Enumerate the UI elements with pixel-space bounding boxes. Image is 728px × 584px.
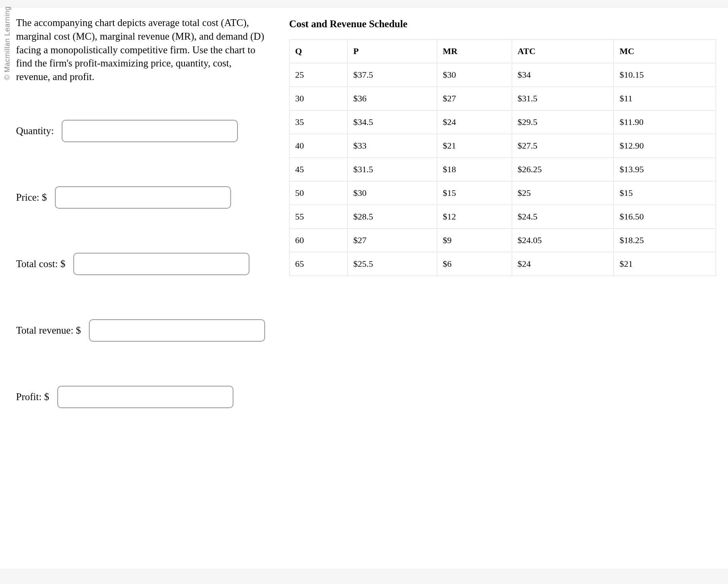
table-cell: 45 bbox=[290, 158, 348, 181]
table-cell: $27 bbox=[437, 87, 512, 111]
table-row: 65$25.5$6$24$21 bbox=[290, 252, 716, 276]
brand-label: © Macmillan Learning bbox=[3, 6, 12, 80]
table-cell: 55 bbox=[290, 205, 348, 229]
table-cell: $24.05 bbox=[512, 229, 614, 252]
table-cell: $24 bbox=[437, 111, 512, 134]
profit-input[interactable] bbox=[57, 386, 233, 408]
table-cell: $37.5 bbox=[348, 63, 437, 87]
table-row: 35$34.5$24$29.5$11.90 bbox=[290, 111, 716, 134]
table-cell: $24 bbox=[512, 252, 614, 276]
table-cell: $11 bbox=[614, 87, 716, 111]
table-cell: $27 bbox=[348, 229, 437, 252]
table-cell: $31.5 bbox=[348, 158, 437, 181]
quantity-label: Quantity: bbox=[16, 125, 54, 137]
table-cell: $6 bbox=[437, 252, 512, 276]
table-row: 60$27$9$24.05$18.25 bbox=[290, 229, 716, 252]
table-cell: $31.5 bbox=[512, 87, 614, 111]
content-wrap: The accompanying chart depicts average t… bbox=[16, 16, 716, 408]
cost-revenue-table: Q P MR ATC MC 25$37.5$30$34$10.1530$36$2… bbox=[289, 39, 716, 276]
table-title: Cost and Revenue Schedule bbox=[289, 18, 716, 30]
table-cell: $26.25 bbox=[512, 158, 614, 181]
table-cell: 40 bbox=[290, 134, 348, 158]
total-cost-input[interactable] bbox=[73, 253, 249, 275]
col-header-p: P bbox=[348, 40, 437, 63]
table-cell: $33 bbox=[348, 134, 437, 158]
table-cell: 65 bbox=[290, 252, 348, 276]
price-input[interactable] bbox=[55, 186, 231, 209]
table-cell: $16.50 bbox=[614, 205, 716, 229]
question-prompt: The accompanying chart depicts average t… bbox=[16, 16, 265, 84]
table-cell: $18.25 bbox=[614, 229, 716, 252]
total-revenue-input[interactable] bbox=[89, 319, 265, 342]
table-cell: 30 bbox=[290, 87, 348, 111]
total-cost-row: Total cost: $ bbox=[16, 253, 265, 275]
table-cell: $12 bbox=[437, 205, 512, 229]
table-row: 55$28.5$12$24.5$16.50 bbox=[290, 205, 716, 229]
table-cell: $21 bbox=[614, 252, 716, 276]
table-header-row: Q P MR ATC MC bbox=[290, 40, 716, 63]
total-revenue-row: Total revenue: $ bbox=[16, 319, 265, 342]
price-row: Price: $ bbox=[16, 186, 265, 209]
table-cell: 60 bbox=[290, 229, 348, 252]
page-container: © Macmillan Learning The accompanying ch… bbox=[0, 8, 728, 569]
table-row: 25$37.5$30$34$10.15 bbox=[290, 63, 716, 87]
table-cell: $29.5 bbox=[512, 111, 614, 134]
price-label: Price: $ bbox=[16, 192, 47, 203]
table-cell: $27.5 bbox=[512, 134, 614, 158]
quantity-row: Quantity: bbox=[16, 120, 265, 142]
table-cell: $15 bbox=[437, 181, 512, 205]
table-cell: 25 bbox=[290, 63, 348, 87]
table-cell: $13.95 bbox=[614, 158, 716, 181]
table-cell: $36 bbox=[348, 87, 437, 111]
right-column: Cost and Revenue Schedule Q P MR ATC MC … bbox=[289, 16, 716, 408]
table-cell: $15 bbox=[614, 181, 716, 205]
table-row: 50$30$15$25$15 bbox=[290, 181, 716, 205]
table-cell: $12.90 bbox=[614, 134, 716, 158]
col-header-mc: MC bbox=[614, 40, 716, 63]
table-row: 40$33$21$27.5$12.90 bbox=[290, 134, 716, 158]
table-cell: $18 bbox=[437, 158, 512, 181]
table-row: 45$31.5$18$26.25$13.95 bbox=[290, 158, 716, 181]
table-cell: $9 bbox=[437, 229, 512, 252]
total-revenue-label: Total revenue: $ bbox=[16, 325, 81, 336]
table-cell: $25 bbox=[512, 181, 614, 205]
table-cell: $34 bbox=[512, 63, 614, 87]
table-cell: $24.5 bbox=[512, 205, 614, 229]
left-column: The accompanying chart depicts average t… bbox=[16, 16, 265, 408]
profit-row: Profit: $ bbox=[16, 386, 265, 408]
total-cost-label: Total cost: $ bbox=[16, 258, 65, 270]
table-cell: $10.15 bbox=[614, 63, 716, 87]
quantity-input[interactable] bbox=[62, 120, 238, 142]
table-cell: $30 bbox=[348, 181, 437, 205]
col-header-mr: MR bbox=[437, 40, 512, 63]
table-cell: $30 bbox=[437, 63, 512, 87]
col-header-atc: ATC bbox=[512, 40, 614, 63]
table-cell: 35 bbox=[290, 111, 348, 134]
table-cell: $11.90 bbox=[614, 111, 716, 134]
col-header-q: Q bbox=[290, 40, 348, 63]
profit-label: Profit: $ bbox=[16, 391, 49, 403]
table-cell: $34.5 bbox=[348, 111, 437, 134]
table-cell: $28.5 bbox=[348, 205, 437, 229]
table-cell: $25.5 bbox=[348, 252, 437, 276]
table-cell: 50 bbox=[290, 181, 348, 205]
table-cell: $21 bbox=[437, 134, 512, 158]
table-row: 30$36$27$31.5$11 bbox=[290, 87, 716, 111]
